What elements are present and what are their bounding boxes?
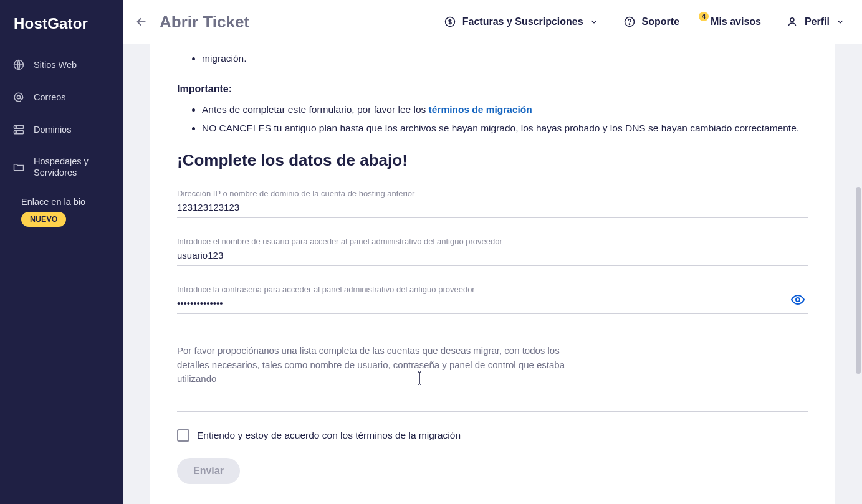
scrollbar-thumb[interactable] bbox=[856, 187, 861, 374]
submit-button[interactable]: Enviar bbox=[177, 458, 240, 484]
field-label: Introduce la contraseña para acceder al … bbox=[177, 285, 808, 294]
folder-icon bbox=[12, 161, 25, 173]
sidebar-item-emails[interactable]: Correos bbox=[0, 81, 123, 113]
app-root: HostGator Sitios Web Correos Dominios bbox=[0, 0, 862, 504]
back-button[interactable] bbox=[135, 15, 148, 29]
chevron-down-icon bbox=[836, 17, 845, 26]
form-section-title: ¡Complete los datos de abajo! bbox=[177, 151, 808, 170]
agree-row: Entiendo y estoy de acuerdo con los térm… bbox=[177, 429, 808, 442]
svg-point-10 bbox=[796, 298, 800, 302]
toggle-password-visibility-button[interactable] bbox=[790, 292, 805, 307]
new-badge: NUEVO bbox=[21, 212, 66, 227]
svg-point-9 bbox=[790, 18, 794, 22]
list-item: Antes de completar este formulario, por … bbox=[202, 102, 808, 117]
sidebar-item-linkbio[interactable]: Enlace en la bio NUEVO bbox=[0, 188, 123, 232]
svg-point-5 bbox=[16, 132, 16, 133]
sidebar-item-label: Hospedajes y Servidores bbox=[34, 156, 111, 178]
ticket-form-card: migración. Importante: Antes de completa… bbox=[150, 44, 835, 504]
header-item-label: Mis avisos bbox=[711, 16, 761, 27]
ip-input[interactable] bbox=[177, 201, 808, 214]
sidebar-item-hosting[interactable]: Hospedajes y Servidores bbox=[0, 146, 123, 188]
migration-terms-link[interactable]: términos de migración bbox=[429, 104, 532, 115]
field-ip: Dirección IP o nombre de dominio de la c… bbox=[177, 178, 808, 218]
user-icon bbox=[786, 16, 798, 28]
notices-count-badge: 4 bbox=[699, 12, 709, 21]
important-heading: Importante: bbox=[177, 83, 808, 95]
sidebar-item-domains[interactable]: Dominios bbox=[0, 113, 123, 146]
important-text: Antes de completar este formulario, por … bbox=[202, 104, 429, 115]
field-username: Introduce el nombre de usuario para acce… bbox=[177, 226, 808, 266]
brand-logo: HostGator bbox=[0, 0, 123, 45]
sidebar-item-label: Correos bbox=[34, 92, 66, 102]
header-item-label: Perfil bbox=[805, 16, 830, 27]
server-icon bbox=[12, 123, 25, 136]
svg-point-8 bbox=[629, 24, 630, 24]
globe-icon bbox=[12, 59, 25, 71]
arrow-left-icon bbox=[135, 15, 148, 29]
sidebar-nav: Sitios Web Correos Dominios Hospedajes y… bbox=[0, 45, 123, 235]
dollar-circle-icon bbox=[444, 16, 456, 28]
field-password: Introduce la contraseña para acceder al … bbox=[177, 273, 808, 314]
at-icon bbox=[12, 91, 25, 103]
field-accounts-list[interactable]: Por favor propociónanos una lista comple… bbox=[177, 326, 808, 412]
sidebar-item-sites[interactable]: Sitios Web bbox=[0, 49, 123, 81]
trailing-list: migración. bbox=[177, 51, 808, 66]
svg-point-4 bbox=[16, 126, 16, 127]
field-label: Dirección IP o nombre de dominio de la c… bbox=[177, 189, 808, 198]
svg-point-1 bbox=[17, 95, 20, 98]
header-item-support[interactable]: Soporte bbox=[623, 16, 679, 28]
chevron-down-icon bbox=[590, 17, 598, 26]
header-item-label: Facturas y Suscripciones bbox=[462, 16, 583, 27]
agree-label: Entiendo y estoy de acuerdo con los térm… bbox=[197, 430, 461, 441]
list-item: NO CANCELES tu antiguo plan hasta que lo… bbox=[202, 121, 808, 136]
header-item-billing[interactable]: Facturas y Suscripciones bbox=[444, 16, 598, 28]
sidebar: HostGator Sitios Web Correos Dominios bbox=[0, 0, 123, 504]
field-label: Introduce el nombre de usuario para acce… bbox=[177, 237, 808, 246]
list-item: migración. bbox=[202, 51, 808, 66]
password-input[interactable] bbox=[177, 297, 808, 310]
accounts-list-placeholder: Por favor propociónanos una lista comple… bbox=[177, 344, 588, 386]
content-scroll[interactable]: migración. Importante: Antes de completa… bbox=[123, 44, 862, 504]
main-column: Abrir Ticket Facturas y Suscripciones bbox=[123, 0, 862, 504]
question-circle-icon bbox=[623, 16, 636, 28]
agree-checkbox[interactable] bbox=[177, 429, 189, 442]
header-nav: Facturas y Suscripciones Soporte bbox=[444, 16, 845, 28]
page-title: Abrir Ticket bbox=[160, 12, 249, 32]
header: Abrir Ticket Facturas y Suscripciones bbox=[123, 0, 862, 44]
header-item-profile[interactable]: Perfil bbox=[786, 16, 845, 28]
username-input[interactable] bbox=[177, 249, 808, 262]
header-item-label: Soporte bbox=[642, 16, 679, 27]
important-list: Antes de completar este formulario, por … bbox=[177, 102, 808, 136]
sidebar-item-label: Enlace en la bio bbox=[21, 197, 85, 207]
sidebar-item-label: Dominios bbox=[34, 125, 71, 135]
header-item-notices[interactable]: 4 Mis avisos bbox=[704, 16, 761, 27]
eye-icon bbox=[790, 292, 805, 307]
text-caret-icon bbox=[415, 371, 424, 386]
sidebar-item-label: Sitios Web bbox=[34, 60, 77, 70]
